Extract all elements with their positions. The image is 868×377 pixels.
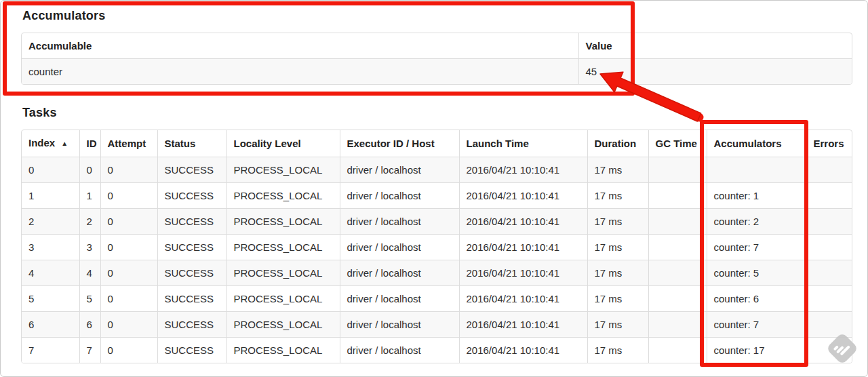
cell-index: 5 [22,286,79,312]
cell-accumulable: counter [22,59,578,85]
column-header-acc[interactable]: Accumulators [707,130,806,157]
cell-launch: 2016/04/21 10:10:41 [459,183,587,209]
cell-id: 7 [79,338,100,363]
cell-attempt: 0 [100,260,157,286]
cell-executor: driver / localhost [340,286,459,312]
column-header-duration[interactable]: Duration [587,130,648,157]
cell-gc [648,183,707,209]
cell-id: 1 [79,183,100,209]
cell-duration: 17 ms [587,183,648,209]
column-header-launch[interactable]: Launch Time [459,130,587,157]
accumulators-section-title: Accumulators [22,9,851,23]
cell-status: SUCCESS [157,183,226,209]
cell-launch: 2016/04/21 10:10:41 [459,260,587,286]
cell-attempt: 0 [100,183,157,209]
cell-launch: 2016/04/21 10:10:41 [459,209,587,235]
cell-status: SUCCESS [157,260,226,286]
cell-gc [648,209,707,235]
column-header-index[interactable]: Index▲ [22,130,79,157]
cell-status: SUCCESS [157,209,226,235]
cell-index: 1 [22,183,79,209]
cell-launch: 2016/04/21 10:10:41 [459,338,587,363]
cell-launch: 2016/04/21 10:10:41 [459,157,587,183]
cell-index: 6 [22,312,79,338]
cell-index: 2 [22,209,79,235]
cell-locality: PROCESS_LOCAL [226,235,340,260]
cell-index: 4 [22,260,79,286]
cell-duration: 17 ms [587,209,648,235]
cell-acc: counter: 2 [707,209,806,235]
cell-errors [806,260,852,286]
cell-locality: PROCESS_LOCAL [226,286,340,312]
cell-locality: PROCESS_LOCAL [226,183,340,209]
cell-duration: 17 ms [587,312,648,338]
column-header-locality[interactable]: Locality Level [226,130,340,157]
cell-acc: counter: 5 [707,260,806,286]
cell-status: SUCCESS [157,338,226,363]
cell-index: 7 [22,338,79,363]
cell-launch: 2016/04/21 10:10:41 [459,312,587,338]
cell-gc [648,157,707,183]
cell-locality: PROCESS_LOCAL [226,338,340,363]
cell-locality: PROCESS_LOCAL [226,260,340,286]
column-header-errors[interactable]: Errors [806,130,852,157]
cell-locality: PROCESS_LOCAL [226,209,340,235]
cell-attempt: 0 [100,286,157,312]
column-header-id[interactable]: ID [79,130,100,157]
cell-duration: 17 ms [587,157,648,183]
cell-duration: 17 ms [587,338,648,363]
table-row: counter45 [22,59,852,85]
table-row: 220SUCCESSPROCESS_LOCALdriver / localhos… [22,209,852,235]
cell-attempt: 0 [100,157,157,183]
cell-acc [707,157,806,183]
cell-gc [648,286,707,312]
cell-executor: driver / localhost [340,235,459,260]
page-content: Accumulators AccumulableValue counter45 … [1,1,867,363]
table-row: 440SUCCESSPROCESS_LOCALdriver / localhos… [22,260,852,286]
column-header-attempt[interactable]: Attempt [100,130,157,157]
cell-locality: PROCESS_LOCAL [226,157,340,183]
cell-duration: 17 ms [587,235,648,260]
cell-gc [648,312,707,338]
tasks-table-header-row: Index▲IDAttemptStatusLocality LevelExecu… [22,130,852,157]
table-row: 110SUCCESSPROCESS_LOCALdriver / localhos… [22,183,852,209]
cell-gc [648,235,707,260]
cell-executor: driver / localhost [340,209,459,235]
cell-acc: counter: 1 [707,183,806,209]
cell-index: 3 [22,235,79,260]
table-row: 000SUCCESSPROCESS_LOCALdriver / localhos… [22,157,852,183]
column-header-executor[interactable]: Executor ID / Host [340,130,459,157]
cell-executor: driver / localhost [340,260,459,286]
tasks-table: Index▲IDAttemptStatusLocality LevelExecu… [21,130,852,363]
cell-executor: driver / localhost [340,312,459,338]
cell-acc: counter: 7 [707,235,806,260]
cell-gc [648,260,707,286]
cell-id: 5 [79,286,100,312]
cell-executor: driver / localhost [340,338,459,363]
cell-acc: counter: 7 [707,312,806,338]
cell-errors [806,209,852,235]
cell-attempt: 0 [100,209,157,235]
accumulators-table-header-row: AccumulableValue [22,33,852,59]
table-row: 660SUCCESSPROCESS_LOCALdriver / localhos… [22,312,852,338]
cell-errors [806,312,852,338]
cell-errors [806,183,852,209]
cell-acc: counter: 6 [707,286,806,312]
column-header-gc[interactable]: GC Time [648,130,707,157]
cell-launch: 2016/04/21 10:10:41 [459,235,587,260]
cell-value: 45 [578,59,852,85]
cell-executor: driver / localhost [340,183,459,209]
cell-attempt: 0 [100,235,157,260]
sort-ascending-icon: ▲ [61,140,68,147]
cell-id: 2 [79,209,100,235]
cell-acc: counter: 17 [707,338,806,363]
table-row: 330SUCCESSPROCESS_LOCALdriver / localhos… [22,235,852,260]
table-row: 550SUCCESSPROCESS_LOCALdriver / localhos… [22,286,852,312]
column-header-status[interactable]: Status [157,130,226,157]
cell-id: 4 [79,260,100,286]
cell-status: SUCCESS [157,286,226,312]
column-header-value: Value [578,33,852,59]
cell-errors [806,286,852,312]
cell-errors [806,157,852,183]
cell-attempt: 0 [100,338,157,363]
